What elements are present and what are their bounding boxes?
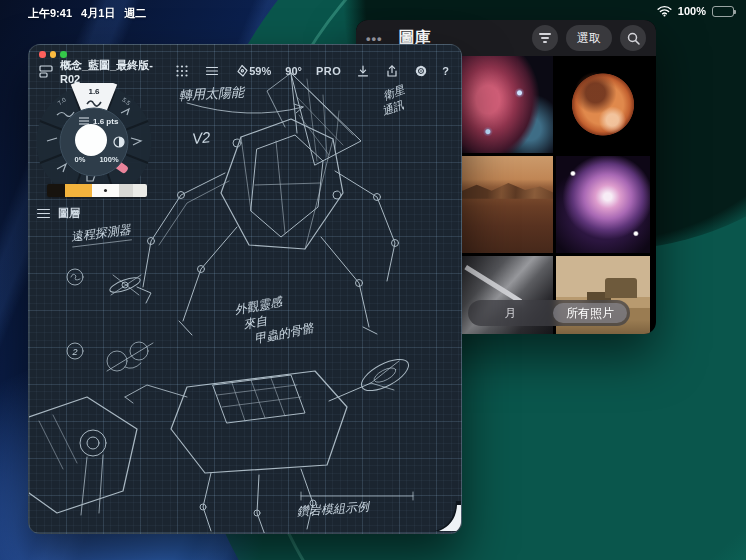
swatch-black[interactable]: [47, 184, 65, 197]
brush-preview-dot[interactable]: [75, 124, 107, 156]
status-bar: 上午9:41 4月1日 週二 100%: [0, 0, 746, 24]
window-controls[interactable]: [39, 51, 67, 58]
pro-button[interactable]: PRO: [316, 65, 341, 77]
active-brush-size: 1.6: [88, 87, 100, 96]
color-swatch-bar[interactable]: [47, 184, 147, 197]
photo-thumbnail[interactable]: [556, 56, 650, 153]
zoom-level[interactable]: 59%: [249, 65, 271, 77]
annotation-version: V2: [191, 128, 211, 147]
fullscreen-icon[interactable]: [60, 51, 67, 58]
help-button[interactable]: ?: [442, 65, 449, 77]
selected-swatch-dot: [104, 189, 107, 192]
rotation-value[interactable]: 90°: [285, 65, 302, 77]
concepts-toolbar: 概念_藍圖_最終版-R02: [39, 60, 453, 82]
layers-label: 圖層: [58, 206, 80, 221]
desktop: ••• 圖庫 選取 月 所有照片: [0, 0, 746, 560]
annotation-solar: 轉用太陽能: [179, 83, 245, 104]
battery-icon: [712, 6, 734, 17]
photos-view-tabbar: 月 所有照片: [468, 300, 630, 326]
battery-percent: 100%: [678, 5, 706, 17]
sketch-marker-2: 2: [71, 347, 77, 357]
layers-button[interactable]: 圖層: [37, 206, 80, 221]
minimize-icon[interactable]: [50, 51, 57, 58]
page-curl[interactable]: [425, 497, 461, 533]
layers-icon[interactable]: [204, 64, 219, 79]
search-icon: [627, 32, 640, 45]
concepts-window: 概念_藍圖_最終版-R02: [28, 44, 462, 534]
date: 4月1日: [81, 6, 115, 21]
close-icon[interactable]: [39, 51, 46, 58]
opacity-max: 100%: [99, 155, 119, 164]
tab-all-photos[interactable]: 所有照片: [553, 303, 627, 323]
clock: 上午9:41: [28, 6, 72, 21]
swatch-offwhite[interactable]: [133, 184, 147, 197]
select-button[interactable]: 選取: [566, 25, 612, 51]
document-title[interactable]: 概念_藍圖_最終版-R02: [60, 58, 154, 85]
filter-icon: [539, 33, 551, 43]
swatch-white-selected[interactable]: [92, 184, 119, 197]
filter-button[interactable]: [532, 25, 558, 51]
photo-thumbnail[interactable]: [460, 156, 553, 253]
settings-gear-icon[interactable]: [413, 64, 428, 79]
hamburger-icon: [37, 209, 50, 219]
tab-month[interactable]: 月: [468, 305, 553, 322]
stroke-size-value: 1.6 pts: [93, 117, 119, 126]
swatch-lightgray[interactable]: [119, 184, 133, 197]
gallery-icon[interactable]: [39, 64, 53, 79]
import-icon[interactable]: [355, 64, 370, 79]
swatch-yellow[interactable]: [65, 184, 92, 197]
export-share-icon[interactable]: [384, 64, 399, 79]
wifi-icon: [657, 5, 672, 17]
photo-thumbnail[interactable]: [556, 156, 650, 253]
search-button[interactable]: [620, 25, 646, 51]
opacity-min: 0%: [75, 155, 86, 164]
pen-settings-icon[interactable]: [234, 64, 249, 79]
weekday: 週二: [124, 6, 146, 21]
grid-precision-icon[interactable]: [174, 64, 189, 79]
photo-thumbnail[interactable]: [460, 56, 553, 153]
